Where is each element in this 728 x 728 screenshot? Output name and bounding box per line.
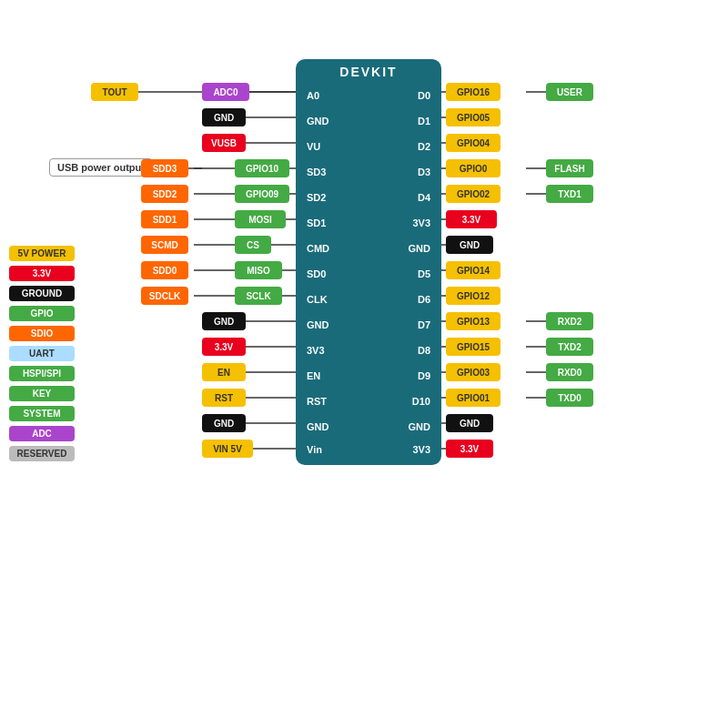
- pin-gpio02: GPIO02: [446, 185, 500, 203]
- chip-row-11: END9: [296, 363, 441, 389]
- pin-gpio09: GPIO09: [235, 185, 289, 203]
- pin-gpio00: GPIO0: [446, 159, 500, 177]
- pin-sclk: SCLK: [235, 287, 282, 305]
- legend: 5V POWER 3.3V GROUND GPIO SDIO UART HSPI…: [9, 246, 75, 461]
- main-canvas: DEVKIT A0D0 GNDD1 VUD2 SD3D3 SD2D4 SD13V…: [0, 0, 728, 728]
- usb-power-label: USB power output: [49, 158, 153, 177]
- legend-sdio: SDIO: [9, 326, 75, 341]
- chip-row-4: SD2D4: [296, 185, 441, 210]
- chip-row-14: Vin3V3: [296, 440, 441, 465]
- chip-row-5: SD13V3: [296, 210, 441, 236]
- chip-pins: A0D0 GNDD1 VUD2 SD3D3 SD2D4 SD13V3 CMDGN…: [296, 83, 441, 465]
- pin-vin5v: VIN 5V: [202, 440, 253, 458]
- pin-miso: MISO: [235, 261, 282, 279]
- pin-gnd-r1: GND: [446, 236, 493, 254]
- pin-scmd: SCMD: [141, 236, 188, 254]
- pin-gnd-1: GND: [202, 108, 246, 126]
- pin-gpio14: GPIO14: [446, 261, 500, 279]
- pin-sdclk: SDCLK: [141, 287, 188, 305]
- pin-gpio01: GPIO01: [446, 389, 500, 407]
- chip-title: DEVKIT: [296, 59, 441, 83]
- pin-3v3-left: 3.3V: [202, 338, 246, 356]
- pin-sdd1: SDD1: [141, 210, 188, 228]
- pin-user: USER: [546, 83, 593, 101]
- pin-3v3-r2: 3.3V: [446, 440, 493, 458]
- pin-gpio10: GPIO10: [235, 159, 289, 177]
- devkit-chip: DEVKIT A0D0 GNDD1 VUD2 SD3D3 SD2D4 SD13V…: [296, 59, 441, 465]
- pin-sdd0: SDD0: [141, 261, 188, 279]
- pin-gpio12: GPIO12: [446, 287, 500, 305]
- chip-row-7: SD0D5: [296, 261, 441, 287]
- chip-row-12: RSTD10: [296, 389, 441, 414]
- pin-adc0: ADC0: [202, 83, 249, 101]
- pin-en: EN: [202, 363, 246, 381]
- chip-row-6: CMDGND: [296, 236, 441, 261]
- legend-ground: GROUND: [9, 286, 75, 301]
- chip-row-1: GNDD1: [296, 108, 441, 134]
- pin-gpio16: GPIO16: [446, 83, 500, 101]
- pin-gpio03: GPIO03: [446, 363, 500, 381]
- pin-gnd-3: GND: [202, 414, 246, 432]
- legend-uart: UART: [9, 346, 75, 361]
- pin-gpio04: GPIO04: [446, 134, 500, 152]
- legend-adc: ADC: [9, 426, 75, 441]
- pin-mosi: MOSI: [235, 210, 286, 228]
- pin-gpio15: GPIO15: [446, 338, 500, 356]
- pin-gnd-r2: GND: [446, 414, 493, 432]
- pin-gpio13: GPIO13: [446, 312, 500, 330]
- legend-system: SYSTEM: [9, 406, 75, 421]
- chip-row-2: VUD2: [296, 134, 441, 159]
- pin-flash: FLASH: [546, 159, 593, 177]
- legend-5v: 5V POWER: [9, 246, 75, 261]
- pin-tout: TOUT: [91, 83, 138, 101]
- chip-row-0: A0D0: [296, 83, 441, 108]
- legend-hspi: HSPI/SPI: [9, 366, 75, 381]
- chip-row-8: CLKD6: [296, 287, 441, 312]
- pin-txd2: TXD2: [546, 338, 593, 356]
- chip-row-3: SD3D3: [296, 159, 441, 185]
- pin-gpio05: GPIO05: [446, 108, 500, 126]
- legend-key: KEY: [9, 386, 75, 401]
- legend-gpio: GPIO: [9, 306, 75, 321]
- pin-rxd2: RXD2: [546, 312, 593, 330]
- pin-3v3-r1: 3.3V: [446, 210, 497, 228]
- pin-rxd0: RXD0: [546, 363, 593, 381]
- pin-sdd2: SDD2: [141, 185, 188, 203]
- legend-3v3: 3.3V: [9, 266, 75, 281]
- chip-row-13: GNDGND: [296, 414, 441, 440]
- pin-sdd3: SDD3: [141, 159, 188, 177]
- pin-txd1: TXD1: [546, 185, 593, 203]
- legend-reserved: RESERVED: [9, 446, 75, 461]
- pin-txd0: TXD0: [546, 389, 593, 407]
- chip-row-10: 3V3D8: [296, 338, 441, 363]
- chip-row-9: GNDD7: [296, 312, 441, 338]
- pin-vusb: VUSB: [202, 134, 246, 152]
- pin-cs: CS: [235, 236, 271, 254]
- pin-rst: RST: [202, 389, 246, 407]
- pin-gnd-2: GND: [202, 312, 246, 330]
